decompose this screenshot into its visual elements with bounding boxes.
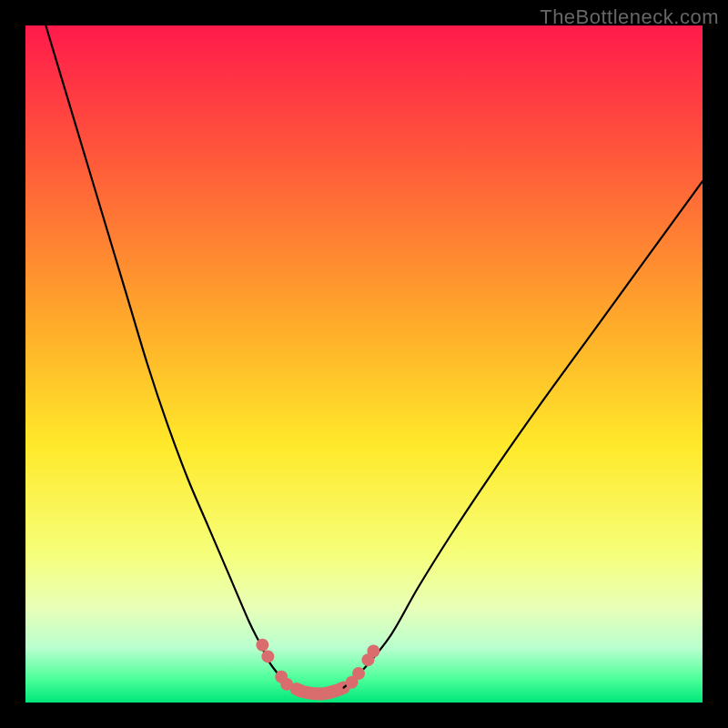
series-valley-floor: [297, 688, 344, 694]
watermark-text: TheBottleneck.com: [540, 5, 719, 29]
marker-dot-1: [261, 650, 274, 662]
bottleneck-chart: [0, 0, 728, 728]
marker-dot-7: [367, 644, 379, 657]
marker-dot-5: [352, 667, 365, 680]
marker-dot-3: [280, 678, 293, 691]
plot-background: [25, 25, 703, 703]
marker-dot-0: [256, 639, 268, 652]
chart-stage: TheBottleneck.com: [0, 0, 728, 728]
